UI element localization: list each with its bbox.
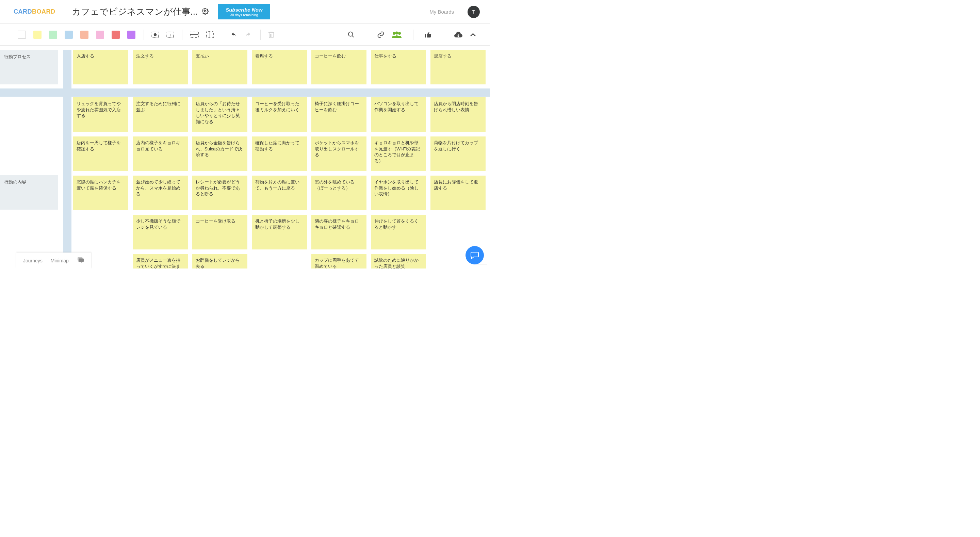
text-tool-icon[interactable]: T <box>166 32 174 38</box>
column-header-card[interactable]: 支払い <box>192 50 247 84</box>
zoom-in-button[interactable]: + <box>474 265 487 269</box>
color-swatch-7[interactable] <box>127 30 135 39</box>
trash-icon[interactable] <box>268 31 274 38</box>
story-card[interactable]: 並び始めて少し経ってから、スマホを見始める <box>133 175 188 210</box>
column-header-card[interactable]: 着席する <box>252 50 307 84</box>
logo-part-2: BOARD <box>32 8 56 15</box>
story-card[interactable]: 確保した席に向かって移動する <box>252 137 307 171</box>
column-header-card[interactable]: 退店する <box>430 50 485 84</box>
my-boards-link[interactable]: My Boards <box>430 9 454 14</box>
story-card[interactable]: 窓際の席にハンカチを置いて席を確保する <box>73 175 128 210</box>
color-swatch-5[interactable] <box>96 30 104 39</box>
image-tool-icon[interactable] <box>151 32 159 38</box>
avatar[interactable]: T <box>468 6 480 18</box>
column-header-card[interactable]: コーヒーを飲む <box>311 50 366 84</box>
color-swatch-6[interactable] <box>111 30 120 39</box>
comments-icon[interactable] <box>77 257 84 265</box>
search-icon[interactable] <box>347 31 355 38</box>
story-card[interactable]: 椅子に深く腰掛けコーヒーを飲む <box>311 97 366 132</box>
zoom-controls: + − <box>474 264 487 269</box>
vertical-divider <box>63 50 72 269</box>
story-card[interactable]: 注文するために行列に並ぶ <box>133 97 188 132</box>
thumbs-up-icon[interactable] <box>424 31 432 38</box>
redo-icon[interactable] <box>245 32 252 37</box>
story-card[interactable]: レシートが必要がどうか尋ねられ、不要であると断る <box>192 175 247 210</box>
svg-point-13 <box>398 32 401 35</box>
story-card[interactable]: 店員にお辞儀をして退店する <box>430 175 485 210</box>
row-label-0[interactable]: 行動プロセス <box>0 50 58 84</box>
svg-point-11 <box>393 32 395 35</box>
color-swatch-4[interactable] <box>80 30 89 39</box>
row-divider-icon[interactable] <box>190 32 199 38</box>
subscribe-label: Subscribe Now <box>226 7 262 13</box>
row-label-1-text: 行動の内容 <box>4 179 26 185</box>
story-card[interactable]: コーヒーを受け取る <box>192 215 247 249</box>
svg-point-9 <box>348 32 353 36</box>
story-card[interactable]: 店内を一周して様子を確認する <box>73 137 128 171</box>
story-card[interactable]: 伸びをして首をくるくると動かす <box>371 215 426 249</box>
column-header-card[interactable]: 入店する <box>73 50 128 84</box>
story-card[interactable]: 店員から閉店時刻を告げられ惜しい表情 <box>430 97 485 132</box>
column-divider-icon[interactable] <box>206 31 214 38</box>
logo-part-1: CARD <box>14 8 32 15</box>
story-card[interactable]: 店内の様子をキョロキョロ見ている <box>133 137 188 171</box>
toolbar: T <box>0 24 490 46</box>
story-card[interactable]: イヤホンを取り出して作業をし始める（険しい表情） <box>371 175 426 210</box>
chevron-up-icon[interactable] <box>469 32 476 37</box>
gear-icon[interactable] <box>202 8 208 16</box>
story-card[interactable]: 隣の客の様子をキョロキョロと確認する <box>311 215 366 249</box>
story-card[interactable]: 少し不機嫌そうな顔でレジを見ている <box>133 215 188 249</box>
undo-icon[interactable] <box>230 32 237 37</box>
story-card[interactable]: 机と椅子の場所を少し動かして調整する <box>252 215 307 249</box>
story-card[interactable]: パソコンを取り出して作業を開始する <box>371 97 426 132</box>
chat-bubble-button[interactable] <box>466 246 484 265</box>
svg-line-10 <box>352 35 354 37</box>
horizontal-divider <box>0 88 490 97</box>
color-swatch-3[interactable] <box>65 30 73 39</box>
board-title[interactable]: カフェでビジネスマンが仕事... <box>72 6 198 18</box>
svg-point-12 <box>395 31 398 34</box>
story-card[interactable]: 窓の外を眺めている（ぼーっとする） <box>311 175 366 210</box>
header: CARDBOARD カフェでビジネスマンが仕事... Subscribe Now… <box>0 0 490 24</box>
link-icon[interactable] <box>377 31 385 38</box>
svg-point-0 <box>205 11 206 12</box>
svg-text:T: T <box>169 32 171 37</box>
story-card[interactable]: コーヒーを受け取った後ミルクを加えにいく <box>252 97 307 132</box>
column-header-card[interactable]: 注文する <box>133 50 188 84</box>
story-card[interactable]: キョロキョロと机や壁を見渡す（Wi-Fiの表記のところで目が止まる） <box>371 137 426 171</box>
story-card[interactable]: ポケットからスマホを取り出しスクロールする <box>311 137 366 171</box>
journeys-tab[interactable]: Journeys <box>23 258 43 263</box>
bottom-bar: Journeys Minimap <box>16 252 91 269</box>
story-card[interactable]: 店員からの「お待たせしました」という清々しいやりとりに少し笑顔になる <box>192 97 247 132</box>
color-swatch-2[interactable] <box>49 30 57 39</box>
minimap-tab[interactable]: Minimap <box>51 258 69 263</box>
story-card[interactable]: 試飲のために通りかかった店員と談笑 <box>371 254 426 269</box>
people-icon[interactable] <box>391 31 402 38</box>
row-label-1[interactable]: 行動の内容 <box>0 175 58 210</box>
board-canvas[interactable]: 行動プロセス 行動の内容 入店する注文する支払い着席するコーヒーを飲む仕事をする… <box>0 46 490 269</box>
row-label-0-text: 行動プロセス <box>4 54 30 59</box>
story-card[interactable]: 荷物を片付けてカップを返しに行く <box>430 137 485 171</box>
subscribe-sub: 30 days remaining <box>226 13 262 17</box>
cloud-download-icon[interactable] <box>454 31 463 38</box>
story-card[interactable]: 店員がメニュー表を持っていくがすでに決まっているという様子を見せる <box>133 254 188 269</box>
color-swatch-0[interactable] <box>18 30 26 39</box>
subscribe-button[interactable]: Subscribe Now 30 days remaining <box>218 4 270 19</box>
svg-point-2 <box>154 33 156 36</box>
column-header-card[interactable]: 仕事をする <box>371 50 426 84</box>
story-card[interactable]: カップに両手をあてて温めている <box>311 254 366 269</box>
story-card[interactable]: 店員から金額を告げられ、Suicaのカードで決済する <box>192 137 247 171</box>
story-card[interactable]: 荷物を片方の席に置いて、もう一方に座る <box>252 175 307 210</box>
app-logo[interactable]: CARDBOARD <box>14 8 56 15</box>
story-card[interactable]: お辞儀をしてレジから去る <box>192 254 247 269</box>
color-swatch-1[interactable] <box>33 30 41 39</box>
story-card[interactable]: リュックを背負ってやや疲れた雰囲気で入店する <box>73 97 128 132</box>
